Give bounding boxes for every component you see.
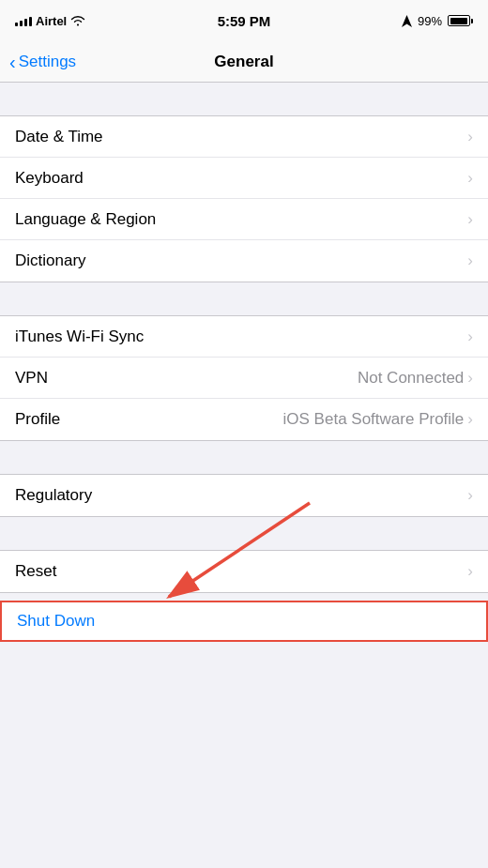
location-icon (402, 15, 412, 27)
row-label-itunes-wifi-sync: iTunes Wi-Fi Sync (15, 327, 144, 346)
back-chevron-icon: ‹ (9, 53, 16, 71)
row-label-profile: Profile (15, 410, 60, 429)
section-2: iTunes Wi-Fi Sync › VPN Not Connected › … (0, 315, 488, 441)
signal-bars (15, 15, 32, 26)
row-label-dictionary: Dictionary (15, 251, 86, 270)
row-value-vpn: Not Connected (358, 369, 464, 388)
row-right-language-region: › (467, 210, 473, 229)
status-time: 5:59 PM (218, 13, 271, 29)
row-right-reset: › (467, 562, 473, 581)
row-label-reset: Reset (15, 562, 56, 581)
reset-section-wrapper: Reset › (0, 550, 488, 593)
chevron-icon-itunes-wifi: › (467, 327, 473, 346)
row-label-date-time: Date & Time (15, 128, 103, 146)
row-label-vpn: VPN (15, 369, 48, 388)
row-regulatory[interactable]: Regulatory › (0, 475, 488, 516)
chevron-icon-dictionary: › (467, 251, 473, 270)
chevron-icon-reset: › (467, 562, 473, 581)
row-keyboard[interactable]: Keyboard › (0, 158, 488, 199)
row-value-profile: iOS Beta Software Profile (283, 410, 465, 429)
back-label: Settings (19, 53, 76, 71)
status-bar: Airtel 5:59 PM 99% (0, 0, 488, 41)
carrier-label: Airtel (36, 14, 67, 28)
page-title: General (214, 53, 273, 71)
nav-bar: ‹ Settings General (0, 41, 488, 83)
status-left: Airtel (15, 14, 85, 28)
status-right: 99% (402, 14, 473, 28)
chevron-icon-language-region: › (467, 210, 473, 229)
wifi-icon (70, 15, 85, 26)
battery-icon (448, 15, 473, 26)
row-itunes-wifi-sync[interactable]: iTunes Wi-Fi Sync › (0, 316, 488, 358)
signal-bar-4 (29, 17, 32, 26)
row-right-itunes-wifi: › (467, 327, 473, 346)
section-gap-4 (0, 517, 488, 550)
row-right-date-time: › (467, 128, 473, 146)
chevron-icon-date-time: › (467, 128, 473, 146)
chevron-icon-vpn: › (467, 369, 473, 388)
row-right-profile: iOS Beta Software Profile › (283, 410, 473, 429)
shutdown-label: Shut Down (17, 612, 95, 631)
row-vpn[interactable]: VPN Not Connected › (0, 358, 488, 399)
row-label-language-region: Language & Region (15, 210, 156, 229)
row-language-region[interactable]: Language & Region › (0, 199, 488, 240)
section-1: Date & Time › Keyboard › Language & Regi… (0, 115, 488, 282)
chevron-icon-keyboard: › (467, 169, 473, 188)
section-gap-3 (0, 441, 488, 474)
back-button[interactable]: ‹ Settings (9, 53, 76, 71)
section-4: Reset › (0, 550, 488, 593)
row-right-keyboard: › (467, 169, 473, 188)
row-dictionary[interactable]: Dictionary › (0, 240, 488, 282)
section-gap-top (0, 83, 488, 115)
row-label-keyboard: Keyboard (15, 169, 84, 188)
section-3: Regulatory › (0, 474, 488, 517)
chevron-icon-profile: › (467, 410, 473, 429)
signal-bar-2 (20, 21, 23, 26)
shutdown-row[interactable]: Shut Down (0, 601, 488, 642)
row-right-vpn: Not Connected › (358, 369, 473, 388)
row-label-regulatory: Regulatory (15, 486, 92, 505)
row-reset[interactable]: Reset › (0, 551, 488, 592)
content: Date & Time › Keyboard › Language & Regi… (0, 83, 488, 642)
row-right-regulatory: › (467, 486, 473, 505)
battery-percent: 99% (418, 14, 442, 28)
chevron-icon-regulatory: › (467, 486, 473, 505)
section-gap-2 (0, 282, 488, 315)
signal-bar-1 (15, 23, 18, 26)
row-date-time[interactable]: Date & Time › (0, 116, 488, 158)
signal-bar-3 (24, 19, 27, 26)
section-gap-5 (0, 593, 488, 601)
row-right-dictionary: › (467, 251, 473, 270)
row-profile[interactable]: Profile iOS Beta Software Profile › (0, 399, 488, 440)
